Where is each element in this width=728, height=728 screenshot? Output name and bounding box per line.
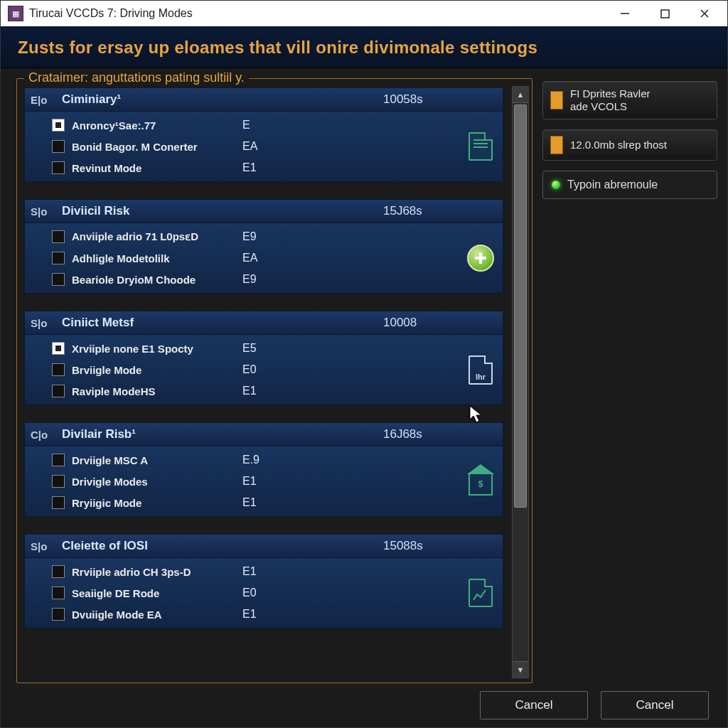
setting-row[interactable]: Brviigle ModeE0	[25, 359, 503, 380]
row-checkbox[interactable]	[52, 342, 65, 355]
scroll-up-button[interactable]: ▲	[513, 87, 528, 103]
setting-row[interactable]: Bonid Bagor. M ConerterEA	[25, 136, 503, 157]
group-header[interactable]: S|oCleiette of IOSI15088s	[24, 534, 503, 558]
chart-file-icon[interactable]	[466, 578, 496, 608]
scroll-down-button[interactable]: ▼	[513, 661, 528, 678]
minimize-button[interactable]	[605, 1, 645, 26]
group-header[interactable]: S|oCiniict Metsf10008	[24, 311, 503, 335]
group-title: Diviicil Risk	[62, 204, 383, 218]
setting-row[interactable]: Drivigle ModesE1	[25, 471, 503, 492]
row-value: EA	[242, 140, 328, 153]
status-dot-icon	[552, 181, 560, 189]
row-label: Anroncy¹Sae:.77	[72, 119, 242, 132]
footer: Cancel Cancel	[1, 683, 727, 727]
group-title: Divilair Risb¹	[62, 427, 383, 441]
scroll-track[interactable]	[513, 103, 528, 661]
row-checkbox[interactable]	[52, 140, 65, 153]
footer-button-1[interactable]: Cancel	[480, 691, 588, 719]
vertical-scrollbar[interactable]: ▲ ▼	[512, 86, 529, 678]
group-header[interactable]: E|oCiminiary¹10058s	[24, 87, 503, 112]
row-value: E0	[242, 363, 328, 376]
row-label: Drivigle Modes	[72, 476, 242, 488]
download-button[interactable]: 12.0.0mb slrep thost	[542, 129, 717, 161]
group-prefix: S|o	[31, 205, 62, 218]
settings-group: S|oCiniict Metsf10008Xrviiple none E1 Sp…	[24, 311, 503, 405]
footer-button-2[interactable]: Cancel	[601, 691, 709, 719]
row-checkbox[interactable]	[52, 475, 65, 488]
setting-row[interactable]: Anroncy¹Sae:.77E	[25, 114, 503, 136]
row-label: Xrviiple none E1 Spocty	[72, 343, 242, 355]
close-icon	[700, 9, 710, 18]
row-label: Raviple ModeHS	[72, 385, 242, 397]
row-label: Adhligle Modetolilk	[72, 252, 242, 264]
row-value: E9	[242, 273, 328, 286]
body-row: Crataimer: anguttations pating sultiil y…	[1, 68, 727, 683]
group-code: 15088s	[383, 539, 497, 553]
group-body: Anroncy¹Sae:.77EBonid Bagor. M ConerterE…	[24, 112, 503, 182]
row-checkbox[interactable]	[52, 161, 65, 174]
row-value: E.9	[242, 454, 328, 466]
row-label: Seaiigle DE Rode	[72, 587, 242, 599]
maximize-button[interactable]	[645, 1, 685, 26]
app-window: ▦ Tirucai VCCDs 7: Driving Modes Zusts f…	[0, 0, 728, 728]
profiles-reader-button[interactable]: FI Dprites Ravler ade VCOLS	[542, 81, 717, 119]
setting-row[interactable]: Drviigle MSC AE.9	[25, 449, 503, 471]
group-code: 10058s	[383, 92, 497, 107]
row-checkbox[interactable]	[52, 230, 65, 243]
document-icon[interactable]	[466, 132, 496, 161]
group-code: 10008	[383, 316, 497, 330]
row-label: Bonid Bagor. M Conerter	[72, 141, 242, 153]
setting-row[interactable]: Seaiigle DE RodeE0	[25, 582, 503, 604]
row-label: Revinut Mode	[72, 162, 242, 174]
row-value: E1	[242, 475, 328, 488]
row-value: E1	[242, 385, 328, 397]
row-checkbox[interactable]	[52, 454, 65, 466]
setting-row[interactable]: Anviiple adrio 71 L0psɛDE9	[25, 226, 503, 247]
row-checkbox[interactable]	[52, 119, 65, 132]
status-indicator[interactable]: Typoin abremoule	[542, 171, 717, 199]
group-body: Xrviiple none E1 SpoctyE5Brviigle ModeE0…	[24, 335, 503, 405]
setting-row[interactable]: Rrviiple adrio CH 3ps-DE1	[25, 561, 503, 582]
file-icon[interactable]: lhr	[466, 355, 496, 385]
settings-group: S|oCleiette of IOSI15088sRrviiple adrio …	[24, 534, 503, 628]
row-checkbox[interactable]	[52, 565, 65, 578]
group-code: 15J68s	[383, 204, 497, 218]
setting-row[interactable]: Dvuiigle Mode EAE1	[25, 604, 503, 625]
row-value: E1	[242, 496, 328, 509]
maximize-icon	[660, 9, 670, 18]
setting-row[interactable]: Raviple ModeHSE1	[25, 380, 503, 402]
setting-row[interactable]: Beariole DryioM ChoodeE9	[25, 269, 503, 290]
groupbox-legend: Crataimer: anguttations pating sultiil y…	[24, 70, 249, 85]
row-checkbox[interactable]	[52, 385, 65, 397]
row-value: E	[242, 119, 328, 132]
row-checkbox[interactable]	[52, 608, 65, 621]
row-checkbox[interactable]	[52, 587, 65, 599]
sidebar: FI Dprites Ravler ade VCOLS 12.0.0mb slr…	[542, 78, 717, 683]
scroll-thumb[interactable]	[514, 105, 527, 508]
banner-text: Zusts for ersay up eloames that vill oni…	[18, 38, 710, 58]
row-label: Beariole DryioM Choode	[72, 274, 242, 286]
row-checkbox[interactable]	[52, 252, 65, 264]
row-checkbox[interactable]	[52, 496, 65, 509]
setting-row[interactable]: Rryiigic ModeE1	[25, 492, 503, 513]
row-value: E0	[242, 587, 328, 599]
setting-row[interactable]: Revinut ModeE1	[25, 157, 503, 178]
row-checkbox[interactable]	[52, 363, 65, 376]
group-prefix: S|o	[31, 317, 62, 329]
group-header[interactable]: S|oDiviicil Risk15J68s	[24, 199, 503, 223]
profiles-reader-line1: FI Dprites Ravler	[570, 87, 651, 100]
close-button[interactable]	[685, 1, 724, 26]
titlebar: ▦ Tirucai VCCDs 7: Driving Modes	[1, 1, 727, 26]
group-title: Cleiette of IOSI	[62, 539, 383, 553]
group-header[interactable]: C|oDivilair Risb¹16J68s	[24, 422, 503, 446]
setting-row[interactable]: Xrviiple none E1 SpoctyE5	[25, 338, 503, 359]
setting-row[interactable]: Adhligle ModetolilkEA	[25, 247, 503, 269]
minimize-icon	[620, 9, 630, 18]
home-icon[interactable]: $	[466, 466, 496, 496]
groups-list: E|oCiminiary¹10058sAnroncy¹Sae:.77EBonid…	[20, 86, 509, 678]
row-checkbox[interactable]	[52, 273, 65, 286]
banner: Zusts for ersay up eloames that vill oni…	[1, 26, 727, 68]
row-value: E1	[242, 565, 328, 578]
settings-group: S|oDiviicil Risk15J68sAnviiple adrio 71 …	[24, 199, 503, 294]
add-icon[interactable]	[466, 243, 496, 273]
